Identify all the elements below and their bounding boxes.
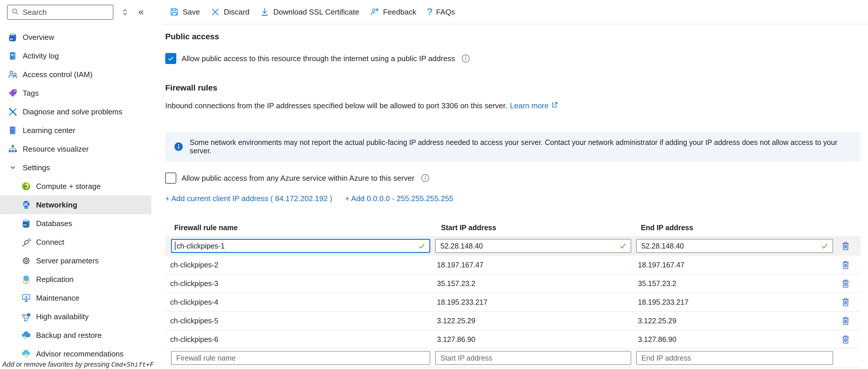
sidebar-item-diagnose[interactable]: Diagnose and solve problems [0,102,151,121]
add-all-range-link[interactable]: + Add 0.0.0.0 - 255.255.255.255 [345,194,453,203]
sidebar-item-learning-center[interactable]: 101 Learning center [0,121,151,140]
sidebar-item-activity-log[interactable]: Activity log [0,47,151,65]
delete-rule-button[interactable] [839,332,852,346]
command-bar: Save Discard Download SSL Certificate Fe… [163,0,868,25]
feedback-button[interactable]: Feedback [370,7,416,17]
faqs-button[interactable]: ? FAQs [427,6,455,18]
sidebar-menu: My Overview Activity log Access control … [0,28,163,363]
sidebar-item-label: Learning center [23,126,75,135]
delete-rule-button[interactable] [839,239,852,253]
search-input[interactable] [23,8,110,17]
discard-x-icon [211,7,220,17]
sidebar-item-high-availability[interactable]: High availability [0,307,151,326]
sidebar-item-databases[interactable]: DB Databases [0,214,151,233]
sidebar-item-label: Maintenance [36,294,80,303]
new-end-ip-input[interactable] [636,351,833,365]
high-availability-icon [21,311,31,322]
networking-pane: Save Discard Download SSL Certificate Fe… [163,0,868,369]
sidebar-item-label: Advisor recommendations [36,349,124,359]
sidebar-item-label: Networking [36,201,78,210]
search-box[interactable] [7,5,114,20]
compute-storage-icon: $ [21,181,31,191]
rule-name-cell: ch-clickpipes-2 [165,261,430,269]
sidebar-item-replication[interactable]: Replication [0,270,151,289]
sidebar-item-maintenance[interactable]: Maintenance [0,289,151,307]
table-row: ch-clickpipes-5 3.122.25.29 3.122.25.29 [165,312,861,330]
firewall-rules-table: Firewall rule name Start IP address End … [165,221,861,368]
delete-rule-button[interactable] [839,314,852,328]
resource-menu-sidebar: « My Overview Activity log Access contro… [0,0,163,369]
start-ip-cell: 18.197.167.47 [435,261,631,269]
table-row: ch-clickpipes-6 3.127.86.90 3.127.86.90 [165,330,861,349]
sidebar-item-label: Replication [36,275,73,284]
sidebar-item-access-control[interactable]: Access control (IAM) [0,65,151,84]
column-header-start-ip: Start IP address [435,223,631,232]
server-parameters-gear-icon [21,255,31,266]
start-ip-input[interactable] [435,239,631,253]
resource-visualizer-icon [7,144,18,154]
discard-button[interactable]: Discard [211,7,249,17]
new-rule-name-input[interactable] [171,351,430,365]
learn-more-link[interactable]: Learn more [510,101,549,110]
rule-name-input[interactable] [171,239,430,253]
end-ip-cell: 3.122.25.29 [636,317,833,325]
sidebar-item-server-parameters[interactable]: Server parameters [0,251,151,270]
allow-azure-services-checkbox[interactable] [165,173,176,184]
delete-rule-button[interactable] [839,276,852,290]
svg-text:My: My [9,37,14,40]
table-row: ch-clickpipes-4 18.195.233.217 18.195.23… [165,293,861,312]
add-client-ip-link[interactable]: + Add current client IP address ( 84.172… [165,194,332,203]
banner-text: Some network environments may not report… [190,138,852,155]
network-info-banner: Some network environments may not report… [165,132,861,161]
favorites-hint: Add or remove favorites by pressing Cmd+… [2,361,154,368]
allow-public-access-checkbox[interactable] [165,53,176,64]
collapse-menu-icon[interactable]: « [136,6,146,18]
save-icon [169,7,179,17]
rule-name-cell: ch-clickpipes-6 [165,335,430,344]
start-ip-cell: 3.122.25.29 [435,317,631,325]
tags-icon [7,88,18,98]
learning-center-icon: 101 [7,125,18,135]
allow-public-access-label: Allow public access to this resource thr… [182,54,455,63]
new-start-ip-input[interactable] [435,351,631,365]
sidebar-item-label: Access control (IAM) [23,70,93,79]
sidebar-item-compute-storage[interactable]: $ Compute + storage [0,177,151,195]
info-icon[interactable] [421,174,430,182]
end-ip-input[interactable] [636,239,833,253]
table-header-row: Firewall rule name Start IP address End … [165,221,861,232]
sidebar-item-overview[interactable]: My Overview [0,28,151,47]
download-ssl-certificate-button[interactable]: Download SSL Certificate [260,7,359,17]
column-header-end-ip: End IP address [636,223,833,232]
sidebar-item-label: Server parameters [36,256,99,266]
allow-azure-services-label: Allow public access from any Azure servi… [182,174,414,183]
save-button[interactable]: Save [169,7,200,17]
search-icon [11,7,19,17]
sidebar-item-label: Resource visualizer [23,145,89,154]
table-row: ch-clickpipes-3 35.157.23.2 35.157.23.2 [165,274,861,293]
sidebar-item-label: Diagnose and solve problems [23,107,122,116]
delete-rule-button[interactable] [839,295,852,309]
activity-log-icon [7,51,18,61]
sidebar-search-row: « [7,4,163,20]
sidebar-item-networking[interactable]: Networking [0,195,151,214]
expand-collapse-all-icon[interactable] [120,6,130,18]
delete-rule-button[interactable] [839,258,852,272]
info-icon[interactable] [461,54,470,63]
firewall-description: Inbound connections from the IP addresse… [165,101,861,110]
start-ip-cell: 3.127.86.90 [435,335,631,344]
allow-azure-services-row: Allow public access from any Azure servi… [165,173,861,184]
sidebar-item-label: High availability [36,312,89,321]
sidebar-group-settings[interactable]: Settings [0,158,151,177]
sidebar-item-resource-visualizer[interactable]: Resource visualizer [0,140,151,158]
sidebar-item-connect[interactable]: Connect [0,233,151,251]
sidebar-group-label: Settings [23,163,50,172]
chevron-down-icon [7,162,18,173]
diagnose-icon [7,106,18,117]
sidebar-item-tags[interactable]: Tags [0,84,151,102]
rule-name-cell: ch-clickpipes-3 [165,279,430,288]
table-row-editing [165,236,861,256]
connect-plug-icon [21,237,31,247]
sidebar-item-backup-restore[interactable]: Backup and restore [0,326,151,344]
mysql-server-icon: My [7,32,18,42]
svg-text:DB: DB [23,223,27,226]
